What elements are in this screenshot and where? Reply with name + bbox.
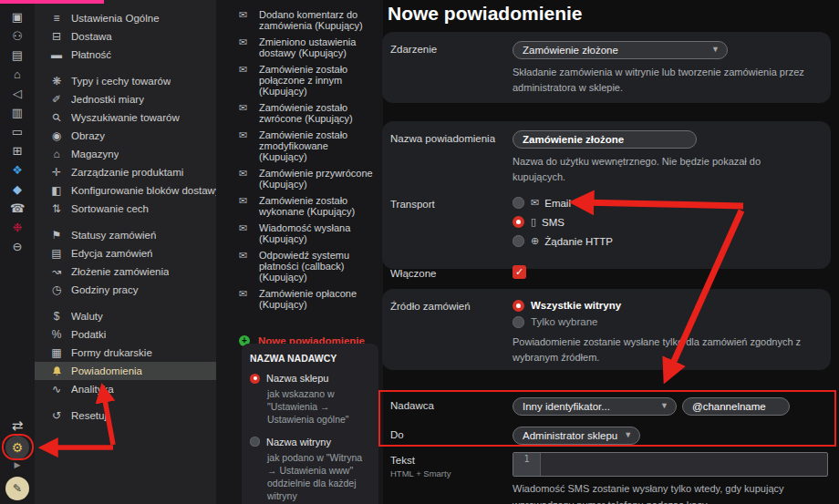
radio-button[interactable] [513, 316, 524, 328]
sidebar-menu-item[interactable]: ≡ Ustawienia Ogólne [35, 9, 216, 27]
rail-app-icon[interactable]: ▤ [0, 46, 35, 65]
sidebar-menu-item[interactable]: ⇅ Sortowanie cech [35, 200, 216, 218]
notification-list-item[interactable]: ✉ Wiadomość wysłana (Kupujący) [216, 222, 383, 244]
sidebar-menu-item[interactable]: ↺ Resetuj [35, 406, 216, 425]
transport-type-icon: ✉ [531, 197, 539, 209]
menu-item-label: Statusy zamówień [71, 230, 156, 241]
sidebar-menu-item[interactable]: ∿ Analityka [35, 380, 216, 398]
sidebar-menu-item[interactable]: ⌂ Magazyny [35, 145, 216, 163]
sidebar-menu-item[interactable]: ▤ Edycja zamówień [35, 244, 216, 262]
transport-option-label: SMS [542, 217, 565, 228]
envelope-icon: ✉ [239, 288, 251, 310]
sidebar-menu-item[interactable]: ▦ Formy drukarskie [35, 344, 216, 362]
menu-item-label: Ustawienia Ogólne [71, 13, 160, 24]
rail-app-icon[interactable]: ⊖ [0, 237, 35, 256]
rail-icon-glyph: ⚇ [12, 29, 23, 43]
app-icon-rail: ▣ ⚇ ▤ ⌂ ◁ ▥ ▭ [0, 0, 35, 504]
channel-name-input[interactable] [682, 397, 790, 416]
rail-app-icon[interactable]: ▭ [0, 122, 35, 141]
rail-app-icon[interactable]: ⚇ [0, 26, 35, 46]
transport-option[interactable]: ▯ SMS [513, 215, 816, 229]
radio-button[interactable] [513, 300, 524, 312]
compose-button[interactable]: ✎ [0, 477, 35, 500]
notification-list-item[interactable]: ✉ Zamówienie opłacone (Kupujący) [216, 288, 383, 310]
menu-item-label: Jednostki miary [71, 94, 144, 105]
radio-button[interactable] [513, 197, 524, 209]
notification-list-item[interactable]: ✉ Zamówienie zostało zwrócone (Kupujący) [216, 102, 383, 124]
code-content[interactable]: Zamówienie {$order.id} ({wa_currency($or… [541, 453, 827, 477]
transport-option[interactable]: ⊕ Żądanie HTTP [513, 234, 816, 248]
menu-item-icon: ◷ [50, 283, 63, 296]
menu-item-label: Podatki [71, 329, 106, 340]
sidebar-menu-item[interactable]: ◷ Godziny pracy [35, 281, 216, 299]
envelope-icon: ✉ [239, 102, 251, 124]
sidebar-menu-item[interactable]: % Podatki [35, 325, 216, 344]
notification-label: Zamówienie zostało wykonane (Kupujący) [259, 195, 376, 217]
rail-app-icon[interactable]: ☎ [0, 199, 35, 218]
sidebar-menu-item[interactable]: ⚲ Wyszukiwanie towarów [35, 108, 216, 127]
expand-caret-icon[interactable]: ▶ [0, 460, 35, 469]
sender-select[interactable]: Inny identyfikator... ▼ [513, 397, 677, 416]
rail-icon-list: ▣ ⚇ ▤ ⌂ ◁ ▥ ▭ [0, 0, 35, 256]
menu-item-label: Powiadomienia [71, 365, 142, 376]
chevron-down-icon: ▼ [711, 45, 720, 54]
to-select[interactable]: Administrator sklepu ▼ [513, 427, 640, 445]
page-title: Nowe powiadomienie [388, 0, 831, 27]
sidebar-menu-item[interactable]: ✐ Jednostki miary [35, 90, 216, 108]
rail-app-icon[interactable]: ▥ [0, 103, 35, 122]
rail-app-icon[interactable]: ◁ [0, 84, 35, 103]
notification-list-item[interactable]: ✉ Dodano komentarz do zamówienia (Kupują… [216, 9, 383, 31]
rail-app-icon[interactable]: ⊞ [0, 141, 35, 160]
order-source-option[interactable]: Wszystkie witryny [513, 298, 816, 313]
sidebar-menu-item[interactable]: $ Waluty [35, 307, 216, 325]
notification-label: Zamówienie zostało zwrócone (Kupujący) [259, 102, 376, 124]
menu-item-icon: ⇅ [50, 202, 63, 215]
swap-arrows-icon[interactable]: ⇄ [0, 417, 35, 434]
sidebar-menu-item[interactable]: ▬ Płatność [35, 46, 216, 64]
notification-list-item[interactable]: ✉ Odpowiedź systemu płatności (callback)… [216, 250, 383, 283]
rail-app-icon[interactable]: ▣ [0, 7, 35, 26]
sidebar-menu-item[interactable]: ◉ Obrazy [35, 127, 216, 145]
notification-name-input[interactable] [513, 130, 697, 149]
order-source-option[interactable]: Tylko wybrane [513, 314, 816, 329]
rail-app-icon[interactable]: ❉ [0, 218, 35, 237]
sender-option-description: jak wskazano w "Ustawienia → Ustawienia … [250, 387, 370, 427]
menu-item-label: Analityka [71, 384, 114, 395]
sidebar-menu-item[interactable]: ❋ Typy i cechy towarów [35, 72, 216, 90]
sender-name-radio-row[interactable]: Nazwa witryny [250, 437, 370, 447]
rail-app-icon[interactable]: ◆ [0, 180, 35, 199]
settings-gear-button[interactable]: ⚙ [0, 436, 35, 459]
transport-option-label: Email [544, 198, 571, 209]
enabled-checkbox[interactable]: ✓ [513, 265, 526, 279]
rail-app-icon[interactable]: ❖ [0, 160, 35, 180]
notification-list-item[interactable]: ✉ Zamówienie zostało wykonane (Kupujący) [216, 195, 383, 217]
notification-list-item[interactable]: ✉ Zmieniono ustawienia dostawy (Kupujący… [216, 36, 383, 58]
sender-name-radio-row[interactable]: Nazwa sklepu [250, 373, 370, 384]
radio-button[interactable] [513, 235, 524, 247]
event-select[interactable]: Zamówienie złożone ▼ [513, 41, 728, 59]
rail-icon-glyph: ▥ [12, 106, 23, 119]
transport-type-icon: ▯ [531, 216, 536, 228]
envelope-icon: ✉ [239, 195, 251, 217]
sidebar-menu-item[interactable]: ↝ Złożenie zamówienia [35, 262, 216, 281]
radio-button[interactable] [513, 216, 524, 228]
transport-option[interactable]: ✉ Email [513, 196, 816, 210]
sidebar-menu-item[interactable]: Powiadomienia [35, 362, 216, 380]
sidebar-menu-item[interactable]: ⊟ Dostawa [35, 27, 216, 46]
envelope-icon: ✉ [239, 129, 251, 162]
radio-button[interactable] [250, 437, 260, 447]
menu-item-label: Edycja zamówień [71, 248, 152, 259]
notification-list-item[interactable]: ✉ Zamówienie zostało połączone z innym (… [216, 64, 383, 97]
event-panel: Zdarzenie Zamówienie złożone ▼ Składanie… [382, 32, 831, 103]
message-code-editor[interactable]: 1 Zamówienie {$order.id} ({wa_currency($… [513, 452, 828, 477]
notification-list-item[interactable]: ✉ Zamówienie przywrócone (Kupujący) [216, 168, 383, 190]
sidebar-menu-item[interactable]: ◧ Konfigurowanie bloków dostawy [35, 181, 216, 200]
radio-button[interactable] [250, 374, 260, 384]
sidebar-menu-item[interactable]: ✛ Zarządzanie produktami [35, 163, 216, 181]
order-source-panel: Źródło zamówień Wszystkie witryny Tylko … [382, 289, 831, 370]
sidebar-menu-item[interactable]: ⚑ Statusy zamówień [35, 226, 216, 244]
rail-app-icon[interactable]: ⌂ [0, 65, 35, 84]
menu-item-label: Zarządzanie produktami [71, 167, 183, 178]
rail-icon-glyph: ⊞ [13, 144, 23, 158]
notification-list-item[interactable]: ✉ Zamówienie zostało zmodyfikowane (Kupu… [216, 129, 383, 162]
